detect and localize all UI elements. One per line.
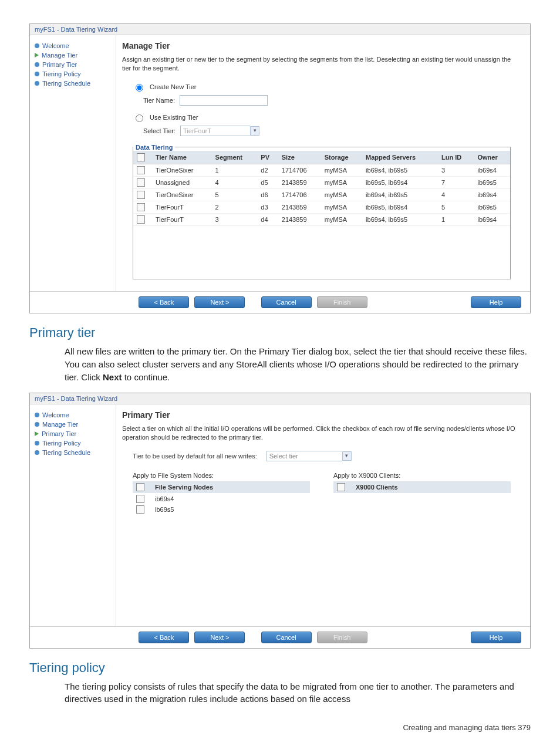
wizard-title: myFS1 - Data Tiering Wizard <box>30 393 530 404</box>
panel-description: Select a tier on which all the initial I… <box>122 424 521 443</box>
tier-name-input[interactable] <box>180 95 268 106</box>
create-new-tier-label: Create New Tier <box>150 83 196 90</box>
use-existing-tier-radio[interactable] <box>136 114 143 122</box>
panel-heading: Manage Tier <box>122 41 521 50</box>
help-button[interactable]: Help <box>471 632 521 643</box>
arrow-right-icon <box>35 53 39 58</box>
select-tier-label: Select Tier: <box>143 127 176 134</box>
chevron-down-icon[interactable]: ▾ <box>342 451 352 461</box>
bullet-icon <box>35 422 39 427</box>
table-row[interactable]: Unassigned4d52143859myMSAib69s5, ib69s47… <box>133 176 510 188</box>
data-tiering-legend: Data Tiering <box>133 144 175 151</box>
table-row[interactable]: ib69s5 <box>133 504 310 515</box>
row-checkbox[interactable] <box>136 505 144 514</box>
wizard-title: myFS1 - Data Tiering Wizard <box>30 24 530 35</box>
default-tier-label: Tier to be used by default for all new w… <box>133 453 257 460</box>
bullet-icon <box>35 72 39 76</box>
panel-description: Assign an existing tier or new tier to t… <box>122 55 521 73</box>
nav-item-primary-tier[interactable]: Primary Tier <box>35 60 111 69</box>
nav-item-manage-tier[interactable]: Manage Tier <box>35 420 111 429</box>
wizard-nav: WelcomeManage TierPrimary TierTiering Po… <box>30 35 116 291</box>
table-row[interactable]: ib69s4 <box>133 493 310 504</box>
row-checkbox[interactable] <box>137 178 145 187</box>
bullet-icon <box>35 450 39 455</box>
nav-item-tiering-policy[interactable]: Tiering Policy <box>35 69 111 79</box>
row-checkbox[interactable] <box>136 495 144 503</box>
table-row[interactable]: TierFourT2d32143859myMSAib69s5, ib69s45i… <box>133 201 510 214</box>
select-tier-dropdown[interactable] <box>180 126 250 136</box>
cancel-button[interactable]: Cancel <box>261 296 312 308</box>
nav-item-manage-tier[interactable]: Manage Tier <box>35 50 111 60</box>
data-tiering-table: Tier NameSegmentPVSizeStorageMapped Serv… <box>133 151 510 227</box>
nav-item-primary-tier[interactable]: Primary Tier <box>35 429 111 438</box>
tier-name-label: Tier Name: <box>143 97 175 104</box>
finish-button: Finish <box>317 296 367 308</box>
next-button[interactable]: Next > <box>194 296 245 308</box>
tiering-policy-paragraph: The tiering policy consists of rules tha… <box>65 680 531 706</box>
nav-item-tiering-schedule[interactable]: Tiering Schedule <box>35 448 111 457</box>
nav-item-tiering-schedule[interactable]: Tiering Schedule <box>35 79 111 88</box>
manage-tier-wizard: myFS1 - Data Tiering Wizard WelcomeManag… <box>29 23 531 313</box>
primary-tier-paragraph: All new files are written to the primary… <box>65 345 531 383</box>
wizard-nav: WelcomeManage TierPrimary TierTiering Po… <box>30 404 116 626</box>
bullet-icon <box>35 62 39 67</box>
apply-fs-nodes-label: Apply to File System Nodes: <box>133 472 310 479</box>
nav-item-tiering-policy[interactable]: Tiering Policy <box>35 438 111 448</box>
back-button[interactable]: < Back <box>139 632 189 643</box>
cancel-button[interactable]: Cancel <box>261 632 312 643</box>
bullet-icon <box>35 43 39 48</box>
back-button[interactable]: < Back <box>139 296 189 308</box>
select-all-checkbox[interactable] <box>137 153 145 161</box>
table-row[interactable]: TierOneSixer1d21714706myMSAib69s4, ib69s… <box>133 164 510 176</box>
bullet-icon <box>35 81 39 86</box>
finish-button: Finish <box>317 632 367 643</box>
primary-tier-heading: Primary tier <box>29 325 531 340</box>
arrow-right-icon <box>35 431 39 436</box>
row-checkbox[interactable] <box>137 191 145 199</box>
nav-item-welcome[interactable]: Welcome <box>35 41 111 50</box>
create-new-tier-radio[interactable] <box>136 84 143 92</box>
nav-item-welcome[interactable]: Welcome <box>35 410 111 420</box>
x9000-clients-table: X9000 Clients <box>333 481 511 493</box>
next-button[interactable]: Next > <box>194 632 245 643</box>
row-checkbox[interactable] <box>137 203 145 211</box>
row-checkbox[interactable] <box>137 215 145 224</box>
bullet-icon <box>35 413 39 417</box>
apply-x9000-label: Apply to X9000 Clients: <box>333 472 511 479</box>
select-all-checkbox[interactable] <box>337 483 345 491</box>
tiering-policy-heading: Tiering policy <box>29 660 531 676</box>
primary-tier-wizard: myFS1 - Data Tiering Wizard WelcomeManag… <box>29 393 531 649</box>
help-button[interactable]: Help <box>471 296 521 308</box>
file-serving-nodes-table: File Serving Nodes ib69s4ib69s5 <box>133 481 310 514</box>
chevron-down-icon[interactable]: ▾ <box>250 126 259 136</box>
panel-heading: Primary Tier <box>122 410 521 420</box>
wizard-footer: < Back Next > Cancel Finish Help <box>30 291 530 313</box>
table-row[interactable]: TierFourT3d42143859myMSAib69s4, ib69s51i… <box>133 214 510 226</box>
default-tier-dropdown[interactable] <box>266 451 342 461</box>
use-existing-tier-label: Use Existing Tier <box>150 114 198 121</box>
table-row[interactable]: TierOneSixer5d61714706myMSAib69s4, ib69s… <box>133 189 510 201</box>
bullet-icon <box>35 441 39 445</box>
select-all-checkbox[interactable] <box>136 483 144 491</box>
wizard-footer: < Back Next > Cancel Finish Help <box>30 626 530 648</box>
page-footer: Creating and managing data tiers 379 <box>29 723 531 732</box>
row-checkbox[interactable] <box>137 166 145 174</box>
